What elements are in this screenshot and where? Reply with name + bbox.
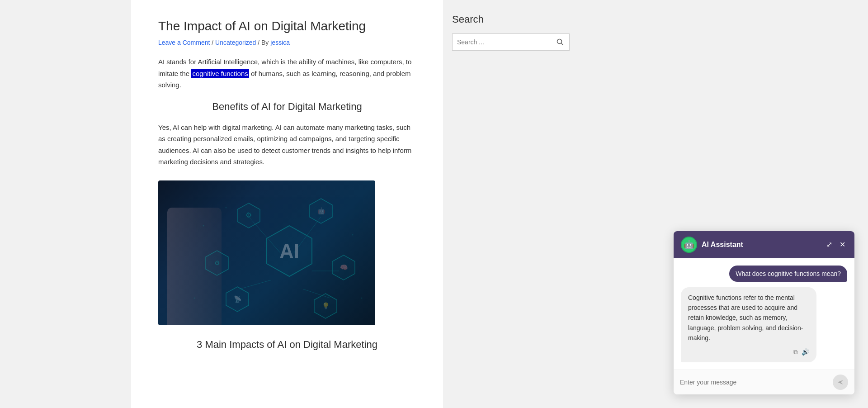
highlight-text: cognitive functions <box>191 69 249 78</box>
article-title: The Impact of AI on Digital Marketing <box>158 18 416 34</box>
send-icon <box>837 379 844 386</box>
widget-body: What does cognitive functions mean? Cogn… <box>674 258 854 370</box>
close-button[interactable]: ✕ <box>838 240 847 249</box>
avatar-icon: 🤖 <box>684 240 694 250</box>
ai-assistant-widget: 🤖 AI Assistant ⤢ ✕ What does cognitive f… <box>674 231 854 394</box>
meta-sep2: / By <box>256 39 270 46</box>
svg-point-23 <box>194 297 195 299</box>
svg-text:🤖: 🤖 <box>317 207 326 215</box>
expand-button[interactable]: ⤢ <box>825 240 834 249</box>
article-meta: Leave a Comment / Uncategorized / By jes… <box>158 39 416 46</box>
section1-title: Benefits of AI for Digital Marketing <box>158 101 416 113</box>
svg-point-20 <box>226 207 227 208</box>
svg-point-21 <box>352 234 354 235</box>
copy-icon[interactable]: ⧉ <box>793 347 798 357</box>
svg-text:AI: AI <box>279 240 299 262</box>
user-message-text: What does cognitive functions mean? <box>736 270 841 277</box>
svg-line-4 <box>240 280 271 289</box>
leave-comment-link[interactable]: Leave a Comment <box>158 39 210 46</box>
bot-message-text: Cognitive functions refer to the mental … <box>688 294 803 342</box>
widget-avatar: 🤖 <box>681 237 697 253</box>
search-box <box>452 33 570 51</box>
widget-title: AI Assistant <box>702 241 820 249</box>
section2-title: 3 Main Impacts of AI on Digital Marketin… <box>158 339 416 351</box>
message-input[interactable] <box>680 379 833 386</box>
bot-message-bubble: Cognitive functions refer to the mental … <box>681 287 816 362</box>
user-message-bubble: What does cognitive functions mean? <box>729 266 847 282</box>
search-button[interactable] <box>556 38 565 47</box>
meta-sep1: / <box>210 39 215 46</box>
category-link[interactable]: Uncategorized <box>215 39 256 46</box>
expand-icon: ⤢ <box>826 241 832 248</box>
svg-line-25 <box>561 43 563 45</box>
left-spacer <box>0 0 131 408</box>
svg-text:⚙: ⚙ <box>214 259 220 266</box>
article-intro: AI stands for Artificial Intelligence, w… <box>158 56 416 91</box>
search-icon <box>557 38 564 46</box>
search-input[interactable] <box>457 38 556 46</box>
ai-image: AI ⚙ 🤖 🧠 💡 📡 ⚙ <box>158 180 375 325</box>
send-button[interactable] <box>833 375 848 390</box>
svg-point-19 <box>203 225 204 226</box>
svg-text:🧠: 🧠 <box>340 264 348 271</box>
svg-text:⚙: ⚙ <box>245 211 252 219</box>
chat-bubble-actions: ⧉ 🔊 <box>688 347 809 357</box>
widget-actions: ⤢ ✕ <box>825 240 847 249</box>
svg-point-22 <box>361 297 363 299</box>
right-sidebar: Search <box>443 0 579 408</box>
widget-header: 🤖 AI Assistant ⤢ ✕ <box>674 231 854 258</box>
widget-footer <box>674 370 854 394</box>
grid-lines: AI ⚙ 🤖 🧠 💡 📡 ⚙ <box>158 180 375 325</box>
main-content: The Impact of AI on Digital Marketing Le… <box>131 0 443 408</box>
svg-text:💡: 💡 <box>322 302 330 310</box>
author-link[interactable]: jessica <box>270 39 290 46</box>
close-icon: ✕ <box>840 241 845 248</box>
svg-text:📡: 📡 <box>234 295 242 303</box>
section1-body: Yes, AI can help with digital marketing.… <box>158 122 416 168</box>
speaker-icon[interactable]: 🔊 <box>802 347 809 357</box>
sidebar-search-title: Search <box>452 14 570 25</box>
